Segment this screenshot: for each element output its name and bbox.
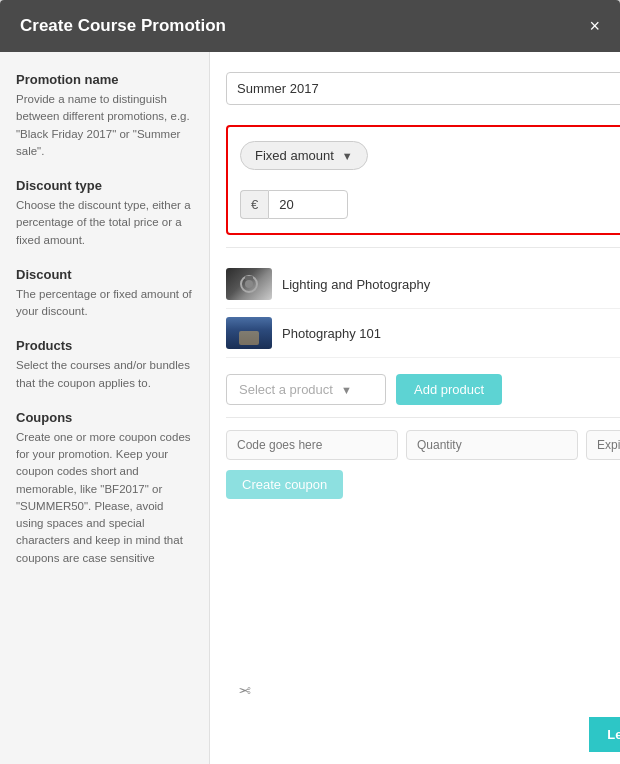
coupons-section: Coupons Create one or more coupon codes … xyxy=(16,410,193,567)
discount-type-section: Discount type Choose the discount type, … xyxy=(16,178,193,249)
product-image-2 xyxy=(226,317,272,349)
modal-title: Create Course Promotion xyxy=(20,16,226,36)
product-thumb-2 xyxy=(226,317,272,349)
product-name-1: Lighting and Photography xyxy=(282,277,620,292)
discount-box: Fixed amount ▼ € xyxy=(226,125,620,235)
product-thumb-1 xyxy=(226,268,272,300)
product-image-1 xyxy=(226,268,272,300)
svg-point-1 xyxy=(245,280,253,288)
select-product-arrow: ▼ xyxy=(341,384,352,396)
modal-header: Create Course Promotion × xyxy=(0,0,620,52)
table-row: Photography 101 €50 🗑 xyxy=(226,309,620,358)
coupons-desc: Create one or more coupon codes for your… xyxy=(16,429,193,567)
close-button[interactable]: × xyxy=(589,17,600,35)
products-desc: Select the courses and/or bundles that t… xyxy=(16,357,193,392)
products-label: Products xyxy=(16,338,193,353)
coupon-expires-input[interactable] xyxy=(586,430,620,460)
coupon-code-input[interactable] xyxy=(226,430,398,460)
discount-label: Discount xyxy=(16,267,193,282)
table-row: Lighting and Photography €35 xyxy=(226,260,620,309)
coupons-area: Create coupon ✂ xyxy=(226,430,620,499)
svg-rect-2 xyxy=(245,276,253,280)
discount-type-label: Discount type xyxy=(16,178,193,193)
promo-name-field-section xyxy=(226,72,620,105)
coupons-label: Coupons xyxy=(16,410,193,425)
discount-section: Discount The percentage or fixed amount … xyxy=(16,267,193,321)
discount-amount-row: € xyxy=(240,190,620,219)
create-coupon-button[interactable]: Create coupon xyxy=(226,470,343,499)
divider-1 xyxy=(226,247,620,248)
discount-amount-input[interactable] xyxy=(268,190,348,219)
select-product-placeholder: Select a product xyxy=(239,382,333,397)
add-product-row: Select a product ▼ Add product xyxy=(226,374,620,405)
select-product-dropdown[interactable]: Select a product ▼ xyxy=(226,374,386,405)
promo-name-desc: Provide a name to distinguish between di… xyxy=(16,91,193,160)
divider-2 xyxy=(226,417,620,418)
products-section: Products Select the courses and/or bundl… xyxy=(16,338,193,392)
discount-type-arrow: ▼ xyxy=(342,150,353,162)
add-product-button[interactable]: Add product xyxy=(396,374,502,405)
learnworlds-support-button[interactable]: LearnWorlds Support xyxy=(589,717,620,752)
products-area: Lighting and Photography €35 Photography… xyxy=(226,260,620,358)
left-column: Promotion name Provide a name to disting… xyxy=(0,52,210,764)
camera-icon xyxy=(235,270,263,298)
discount-desc: The percentage or fixed amount of your d… xyxy=(16,286,193,321)
promo-name-section: Promotion name Provide a name to disting… xyxy=(16,72,193,160)
discount-type-desc: Choose the discount type, either a perce… xyxy=(16,197,193,249)
discount-type-value: Fixed amount xyxy=(255,148,334,163)
discount-type-dropdown[interactable]: Fixed amount ▼ xyxy=(240,141,368,170)
modal-body: Promotion name Provide a name to disting… xyxy=(0,52,620,764)
right-col-inner: Fixed amount ▼ € xyxy=(226,72,620,752)
right-column: Fixed amount ▼ € xyxy=(210,52,620,764)
promo-name-label: Promotion name xyxy=(16,72,193,87)
scissors-icon: ✂ xyxy=(238,682,251,700)
product-name-2: Photography 101 xyxy=(282,326,620,341)
currency-symbol: € xyxy=(240,190,268,219)
promo-name-input[interactable] xyxy=(226,72,620,105)
coupon-inputs-row xyxy=(226,430,620,460)
modal: Create Course Promotion × Promotion name… xyxy=(0,0,620,764)
coupon-quantity-input[interactable] xyxy=(406,430,578,460)
